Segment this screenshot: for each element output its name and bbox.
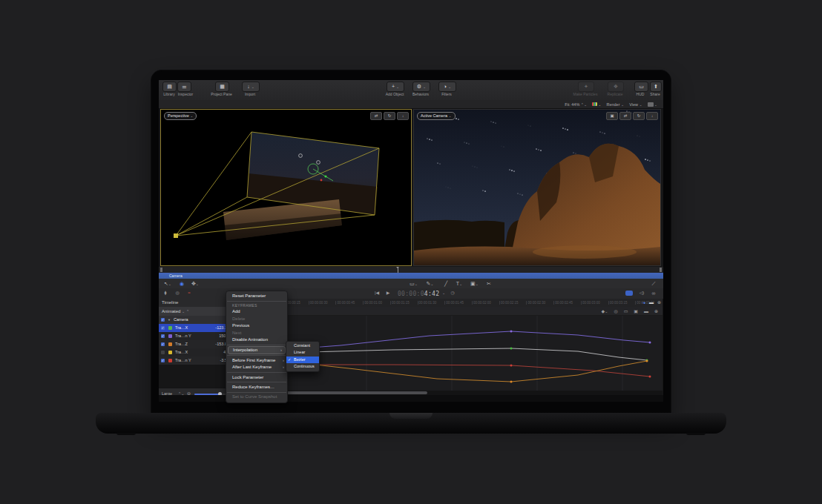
row-height-button[interactable]: ▬	[644, 309, 648, 314]
timecode-mode-button[interactable]: ◷	[449, 289, 456, 297]
menu-item-previous[interactable]: Previous	[226, 322, 287, 329]
view-menu[interactable]: View ⌄	[629, 102, 642, 107]
parameter-checkbox[interactable]	[161, 359, 165, 362]
parameter-value[interactable]: -3.54	[200, 357, 229, 365]
tab-timeline[interactable]: Timeline	[162, 299, 178, 307]
curve-editor-button[interactable]: ≈	[185, 289, 193, 297]
loop-playback-button[interactable]: ∞	[649, 289, 658, 297]
snapshot-button[interactable]: ▣	[634, 308, 638, 314]
menu-item-disable-animation[interactable]: Disable Animation	[226, 336, 287, 343]
record-keyframes-button[interactable]: ⧫	[162, 289, 169, 297]
track-height-icon[interactable]: ▬	[649, 300, 654, 305]
submenu-item-linear[interactable]: Linear	[286, 349, 319, 356]
dolly-view-button[interactable]: ↓	[646, 112, 658, 120]
camera-origin-handle[interactable]	[174, 233, 178, 238]
edit-handle-tool[interactable]: ⟋	[650, 279, 657, 288]
timecode-menu[interactable]: ⌄	[441, 289, 447, 297]
viewport-active-camera[interactable]: Active Camera ⌄ ▣ ⇄ ↻ ↓	[413, 109, 661, 266]
pan-view-button[interactable]: ⇄	[619, 112, 631, 120]
timecode-display[interactable]: 00:00:04:42	[398, 291, 439, 297]
zoom-curves-button[interactable]: ⊕	[654, 308, 658, 314]
camera-view-button[interactable]: ▣	[606, 112, 618, 120]
inspector-button[interactable]: ⚌	[177, 82, 191, 92]
disclosure-triangle-icon[interactable]: ▼	[168, 316, 171, 324]
channels-button[interactable]: ⌄	[592, 102, 601, 107]
behaviors-label: Behaviors	[408, 92, 433, 96]
behaviors-button[interactable]: ⚙ ⌄	[412, 82, 430, 92]
audio-mute-button[interactable]: ◁)	[637, 289, 646, 297]
add-object-button[interactable]: + ⌄	[387, 82, 404, 92]
timeline-end-marker[interactable]	[660, 268, 662, 272]
submenu-item-bezier[interactable]: ✓Bezier	[286, 357, 319, 363]
curve-frame-button[interactable]: ▭	[624, 308, 628, 314]
fit-curves-button[interactable]: ◎	[614, 308, 617, 314]
adjust-3d-tool[interactable]: ◉	[178, 279, 185, 288]
bezier-tool[interactable]: ✎⌄	[424, 279, 435, 288]
keyframe-point[interactable]	[510, 331, 513, 333]
keyframe-snap-menu[interactable]: ◆⌄	[602, 308, 608, 314]
viewport-perspective[interactable]: Perspective ⌄ ⇄ ↻ ↓	[160, 109, 412, 266]
parameter-value[interactable]: -153.84	[200, 340, 229, 348]
layout-button[interactable]: ⌄	[648, 102, 657, 107]
camera-select-perspective[interactable]: Perspective ⌄	[164, 112, 197, 120]
parameter-value[interactable]: 150.1	[200, 332, 229, 340]
orbit-view-button[interactable]: ↻	[384, 112, 395, 120]
cut-tool[interactable]: ✂	[485, 279, 493, 288]
pan-tool[interactable]: ✥⌄	[190, 279, 200, 288]
share-button[interactable]: ⬆	[650, 82, 662, 92]
zoom-icon[interactable]: ⊕	[657, 299, 661, 305]
show-keyframes-button[interactable]: ◎	[174, 289, 181, 297]
orbit-view-button[interactable]: ↻	[633, 112, 645, 120]
timing-display-button[interactable]	[625, 291, 633, 296]
parameter-checkbox[interactable]	[161, 351, 165, 354]
line-tool[interactable]: ╱	[442, 279, 450, 288]
animated-filter-select[interactable]: Animated ⌄ ⌃	[162, 307, 189, 316]
hscrollbar-thumb[interactable]	[283, 391, 427, 394]
menu-item-reduce-keyframes[interactable]: Reduce Keyframes…	[226, 384, 287, 391]
mask-tool[interactable]: ▭⌄	[408, 279, 419, 288]
keyframe-curve-editor[interactable]	[281, 316, 662, 391]
parameter-value[interactable]: -123.17	[200, 324, 229, 332]
keyframe-point[interactable]	[510, 348, 513, 350]
dolly-view-button[interactable]: ↓	[397, 112, 409, 120]
play-button[interactable]: ▶	[384, 289, 392, 297]
submenu-item-continuous[interactable]: Continuous	[286, 363, 319, 370]
keyframe-point[interactable]	[649, 342, 651, 344]
camera-track-bar[interactable]: Camera	[159, 273, 663, 279]
shape-tool[interactable]: ▣⌄	[469, 279, 480, 288]
menu-item-label: Reduce Keyframes…	[232, 385, 274, 389]
parameter-checkbox[interactable]	[161, 334, 165, 338]
parameter-value[interactable]: 4.8	[200, 348, 229, 357]
fit-zoom-control[interactable]: Fit: 44% ⌃⌄	[565, 102, 587, 107]
render-menu[interactable]: Render ⌄	[606, 102, 624, 107]
menu-item-before-first-keyframe[interactable]: Before First Keyframe›	[226, 357, 287, 364]
star	[468, 143, 469, 144]
menu-item-lock-parameter[interactable]: Lock Parameter	[226, 374, 287, 381]
project-pane-button[interactable]: ▦	[215, 82, 229, 92]
go-to-start-button[interactable]: |◀	[372, 289, 381, 297]
menu-item-after-last-keyframe[interactable]: After Last Keyframe›	[226, 364, 287, 371]
camera-group-checkbox[interactable]	[161, 318, 165, 322]
viewport-tools-right: ▣ ⇄ ↻ ↓	[606, 112, 658, 120]
menu-item-add[interactable]: Add	[226, 308, 287, 315]
timeline-start-marker[interactable]	[160, 268, 162, 272]
hud-button[interactable]: ▭	[634, 82, 648, 92]
text-tool[interactable]: T⌄	[454, 279, 464, 288]
select-tool[interactable]: ↖⌄	[162, 279, 173, 288]
keyframe-point[interactable]	[649, 376, 651, 378]
camera-select-active[interactable]: Active Camera ⌄	[417, 112, 456, 120]
import-button[interactable]: ↓ ⌄	[242, 82, 260, 92]
parameter-checkbox[interactable]	[161, 342, 165, 346]
keyframe-point[interactable]	[510, 365, 513, 367]
submenu-item-constant[interactable]: Constant	[286, 342, 319, 349]
menu-item-interpolation[interactable]: Interpolation›	[228, 346, 286, 354]
keyframe-point[interactable]	[510, 381, 513, 383]
playhead[interactable]	[398, 267, 398, 273]
library-button[interactable]: ▤	[162, 82, 177, 92]
parameter-checkbox[interactable]	[161, 326, 165, 330]
pan-view-button[interactable]: ⇄	[370, 112, 382, 120]
marker-dot-icon[interactable]: ◦●	[642, 300, 645, 305]
menu-item-reset-parameter[interactable]: Reset Parameter	[226, 293, 287, 299]
keyframe-point[interactable]	[646, 360, 648, 362]
filters-button[interactable]: ◑ ⌄	[438, 82, 456, 92]
